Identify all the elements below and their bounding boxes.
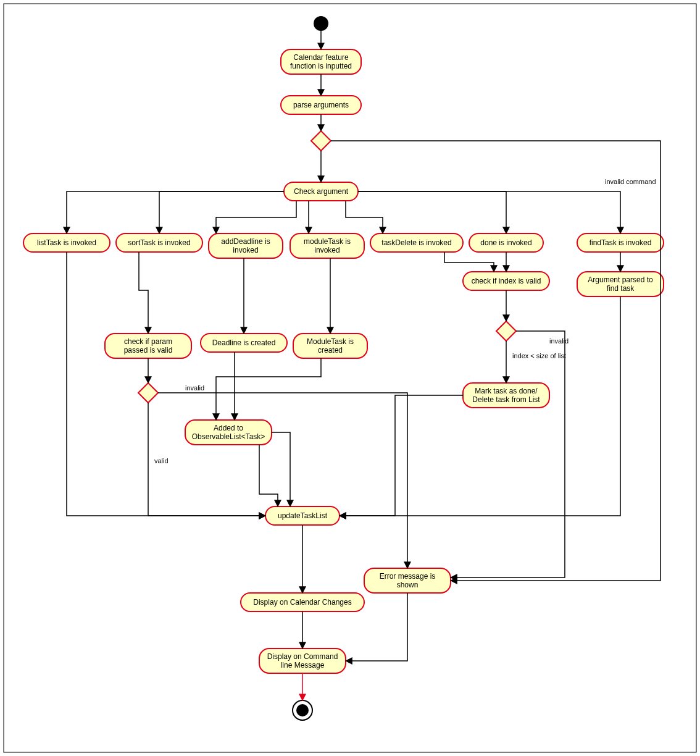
node-label: moduleTask is [304, 237, 351, 246]
node-done: done is invoked [469, 233, 543, 252]
node-label: Display on Calendar Changes [253, 598, 351, 607]
node-label: listTask is invoked [37, 238, 96, 247]
edge [216, 352, 235, 420]
node-label: addDeadline is [221, 237, 270, 246]
svg-marker-16 [138, 383, 158, 403]
node-label: check if param [124, 337, 172, 346]
svg-point-25 [296, 704, 309, 716]
node-moduleTask-created: ModuleTask is created [293, 334, 367, 358]
node-display-cmd: Display on Command line Message [259, 649, 346, 673]
edge [340, 395, 463, 516]
node-moduleTask: moduleTask is invoked [290, 233, 364, 258]
edge-label: index < size of list [512, 352, 566, 359]
edge [216, 201, 296, 233]
activity-diagram: Calendar feature function is inputted pa… [0, 0, 700, 756]
edge-label: valid [154, 457, 169, 464]
node-deadline-created: Deadline is created [201, 334, 287, 352]
node-label: ModuleTask is [307, 337, 354, 346]
node-label: check if index is valid [472, 277, 541, 285]
edge [67, 252, 265, 516]
svg-marker-2 [311, 131, 331, 151]
decision-param [138, 383, 158, 403]
edge [358, 191, 620, 233]
edge [346, 201, 383, 233]
node-check-index: check if index is valid [463, 272, 549, 290]
node-error-msg: Error message is shown [364, 568, 451, 593]
node-sortTask: sortTask is invoked [116, 233, 202, 252]
node-label: created [318, 346, 343, 355]
edge [158, 393, 407, 568]
node-label: shown [397, 581, 419, 589]
node-check-argument: Check argument [284, 182, 358, 201]
node-added-obs: Added to ObservableList<Task> [185, 420, 272, 445]
end-node [293, 700, 312, 720]
node-label: Added to [214, 424, 243, 432]
edge-label: invalid [185, 384, 204, 392]
edge [358, 191, 506, 233]
edge-label: invalid [549, 337, 569, 345]
node-calendar-feature: Calendar feature function is inputted [281, 49, 361, 74]
node-arg-parsed-find: Argument parsed to find task [577, 272, 664, 296]
node-label: findTask is invoked [590, 238, 652, 247]
diagram-frame [4, 4, 696, 752]
decision-after-parse [311, 131, 331, 151]
node-check-param: check if param passed is valid [105, 334, 191, 358]
node-label: Check argument [294, 187, 349, 196]
node-taskDelete: taskDelete is invoked [370, 233, 463, 252]
node-display-cal: Display on Calendar Changes [241, 593, 364, 611]
decision-index [496, 321, 516, 341]
node-label: Display on Command [267, 652, 338, 661]
node-findTask: findTask is invoked [577, 233, 664, 252]
node-label: Delete task from List [472, 395, 540, 404]
node-label: ObservableList<Task> [192, 432, 265, 441]
node-label: line Message [281, 661, 325, 670]
node-listTask: listTask is invoked [23, 233, 110, 252]
edge-label: invalid command [605, 178, 656, 185]
node-label: function is inputted [290, 62, 352, 70]
edge [272, 432, 290, 506]
node-label: Argument parsed to [588, 275, 653, 284]
node-label: invoked [233, 246, 258, 254]
node-addDeadline: addDeadline is invoked [209, 233, 283, 258]
edge [451, 331, 565, 578]
node-updateTaskList: updateTaskList [265, 506, 340, 525]
node-label: invoked [314, 246, 340, 254]
node-label: Calendar feature [293, 53, 349, 62]
svg-marker-17 [496, 321, 516, 341]
edge [159, 191, 284, 233]
node-parse-args: parse arguments [281, 96, 361, 114]
node-mark-delete: Mark task as done/ Delete task from List [463, 383, 549, 408]
node-label: done is invoked [480, 238, 531, 247]
node-label: sortTask is invoked [128, 238, 190, 247]
edge [67, 191, 284, 233]
node-label: taskDelete is invoked [381, 238, 451, 247]
node-label: find task [607, 284, 635, 293]
node-label: passed is valid [124, 346, 173, 355]
edge [444, 252, 494, 272]
node-label: Error message is [380, 572, 436, 581]
edge [139, 252, 148, 334]
node-label: updateTaskList [278, 511, 328, 520]
node-label: Deadline is created [212, 338, 276, 347]
node-label: parse arguments [293, 101, 349, 109]
edge-invalid-command [331, 141, 660, 581]
edge [235, 358, 321, 420]
node-label: Mark task as done/ [475, 387, 538, 395]
edge [259, 445, 278, 506]
start-node [314, 16, 328, 31]
